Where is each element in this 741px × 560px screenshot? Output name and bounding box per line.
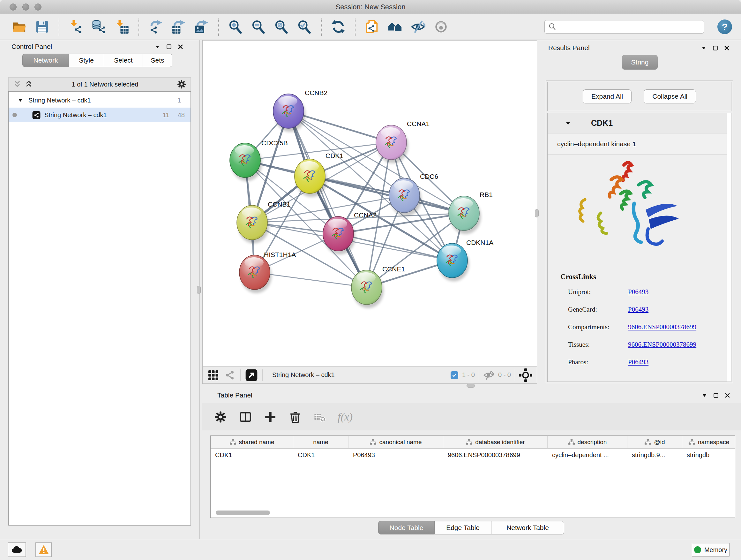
network-node-RB1[interactable]: [449, 196, 481, 234]
grid-view-icon[interactable]: [207, 369, 219, 381]
right-splitter-grip[interactable]: [535, 209, 539, 217]
crosslink-link[interactable]: P06493: [628, 358, 649, 366]
export-table-button[interactable]: [169, 17, 189, 37]
network-node-CDK1[interactable]: [294, 159, 327, 197]
panel-float-icon[interactable]: [713, 392, 719, 398]
warning-status-button[interactable]: [36, 543, 52, 557]
crosslink-link[interactable]: 9606.ENSP00000378699: [628, 323, 696, 331]
node-details-header[interactable]: CDK1: [548, 113, 731, 133]
save-session-button[interactable]: [32, 17, 52, 37]
selected-items-checkbox[interactable]: [451, 371, 458, 379]
zoom-selected-button[interactable]: [294, 17, 314, 37]
column-header-canonical-name[interactable]: canonical name: [348, 436, 443, 448]
panel-float-icon[interactable]: [165, 44, 172, 50]
collapse-triangle-icon[interactable]: [17, 98, 23, 103]
export-image-button[interactable]: [192, 17, 212, 37]
table-cell[interactable]: P06493: [348, 449, 443, 461]
network-node-CDKN1A[interactable]: [437, 243, 469, 281]
table-cell[interactable]: stringdb:9...: [627, 449, 682, 461]
column-header-shared-name[interactable]: shared name: [211, 436, 293, 448]
show-all-button[interactable]: [431, 17, 451, 37]
search-input[interactable]: [557, 21, 700, 33]
search-box[interactable]: [544, 20, 704, 34]
import-network-database-button[interactable]: [89, 17, 109, 37]
close-window-button[interactable]: [10, 3, 17, 10]
results-scrollbar[interactable]: [727, 113, 731, 381]
minimize-window-button[interactable]: [22, 3, 29, 10]
network-node-CCNB2[interactable]: [273, 94, 306, 132]
network-edge[interactable]: [288, 111, 367, 287]
tab-network-table[interactable]: Network Table: [491, 521, 564, 535]
refresh-button[interactable]: [328, 17, 348, 37]
column-header-name[interactable]: name: [293, 436, 348, 448]
network-node-CCNA2[interactable]: [323, 216, 355, 254]
zoom-fit-content-button[interactable]: [272, 17, 291, 37]
network-node-CCNE1[interactable]: [351, 270, 384, 308]
import-table-file-button[interactable]: [112, 17, 132, 37]
network-node-CCNB1[interactable]: [237, 205, 269, 243]
import-network-file-button[interactable]: [66, 17, 86, 37]
zoom-in-button[interactable]: [226, 17, 246, 37]
help-button[interactable]: ?: [718, 19, 732, 34]
panel-menu-icon[interactable]: [154, 44, 160, 50]
column-header-database-identifier[interactable]: database identifier: [443, 436, 548, 448]
network-node-CDC25B[interactable]: [230, 143, 262, 181]
panel-menu-icon[interactable]: [700, 45, 707, 51]
collapse-all-networks-icon[interactable]: [12, 79, 22, 89]
table-options-gear-icon[interactable]: [214, 410, 227, 424]
collapse-all-button[interactable]: Collapse All: [644, 89, 696, 104]
tab-style[interactable]: Style: [69, 54, 104, 67]
crosslink-link[interactable]: P06493: [628, 288, 649, 296]
panel-float-icon[interactable]: [712, 45, 718, 51]
birdseye-view-icon[interactable]: [245, 369, 258, 381]
bottom-splitter-grip[interactable]: [467, 384, 475, 388]
first-neighbors-button[interactable]: [385, 17, 405, 37]
tab-node-table[interactable]: Node Table: [378, 521, 434, 535]
network-node-CDC6[interactable]: [389, 178, 421, 216]
zoom-window-button[interactable]: [35, 3, 42, 10]
expand-all-button[interactable]: Expand All: [583, 89, 631, 104]
table-cell[interactable]: cyclin–dependent ...: [548, 449, 627, 461]
table-cell[interactable]: CDK1: [211, 449, 293, 461]
network-collection-row[interactable]: String Network – cdk1 1: [9, 93, 191, 108]
column-header-description[interactable]: description: [548, 436, 627, 448]
table-row[interactable]: CDK1CDK1P064939606.ENSP00000378699cyclin…: [211, 449, 735, 461]
share-view-icon[interactable]: [224, 369, 236, 381]
export-network-button[interactable]: [146, 17, 165, 37]
show-columns-icon[interactable]: [239, 410, 252, 424]
table-hscrollbar[interactable]: [216, 510, 270, 515]
panel-close-icon[interactable]: [724, 392, 731, 398]
column-header--id[interactable]: @id: [627, 436, 682, 448]
network-node-HIST1H1A[interactable]: [239, 255, 272, 293]
network-canvas[interactable]: CCNB2CCNA1CDC25BCDK1CDC6RB1CCNB1CCNA2CDK…: [203, 41, 537, 365]
zoom-out-button[interactable]: [249, 17, 268, 37]
tab-network[interactable]: Network: [22, 54, 69, 67]
table-cell[interactable]: CDK1: [293, 449, 348, 461]
collapse-triangle-icon[interactable]: [565, 120, 571, 126]
network-row-selected[interactable]: String Network – cdk1 11 48: [9, 108, 191, 122]
tab-string[interactable]: String: [622, 55, 658, 70]
left-splitter-grip[interactable]: [197, 286, 201, 294]
expand-all-networks-icon[interactable]: [24, 79, 33, 89]
cloud-status-button[interactable]: [8, 543, 26, 557]
memory-button[interactable]: Memory: [692, 543, 730, 557]
clone-network-button[interactable]: [362, 17, 382, 37]
hide-selected-button[interactable]: [408, 17, 428, 37]
network-options-gear-icon[interactable]: [177, 79, 187, 89]
tab-select[interactable]: Select: [104, 54, 143, 67]
column-header-namespace[interactable]: namespace: [682, 436, 735, 448]
add-column-icon[interactable]: [264, 410, 277, 424]
table-cell[interactable]: 9606.ENSP00000378699: [443, 449, 548, 461]
panel-menu-icon[interactable]: [701, 392, 708, 398]
tab-sets[interactable]: Sets: [143, 54, 172, 67]
panel-close-icon[interactable]: [724, 45, 730, 51]
panel-close-icon[interactable]: [177, 44, 184, 50]
open-session-button[interactable]: [9, 17, 29, 37]
crosslink-link[interactable]: P06493: [628, 306, 649, 314]
network-node-CCNA1[interactable]: [376, 125, 408, 163]
delete-column-trash-icon[interactable]: [288, 410, 302, 424]
tab-edge-table[interactable]: Edge Table: [434, 521, 491, 535]
fit-selected-crosshair-icon[interactable]: [519, 368, 532, 382]
crosslink-link[interactable]: 9606.ENSP00000378699: [628, 341, 696, 349]
table-cell[interactable]: stringdb: [682, 449, 735, 461]
